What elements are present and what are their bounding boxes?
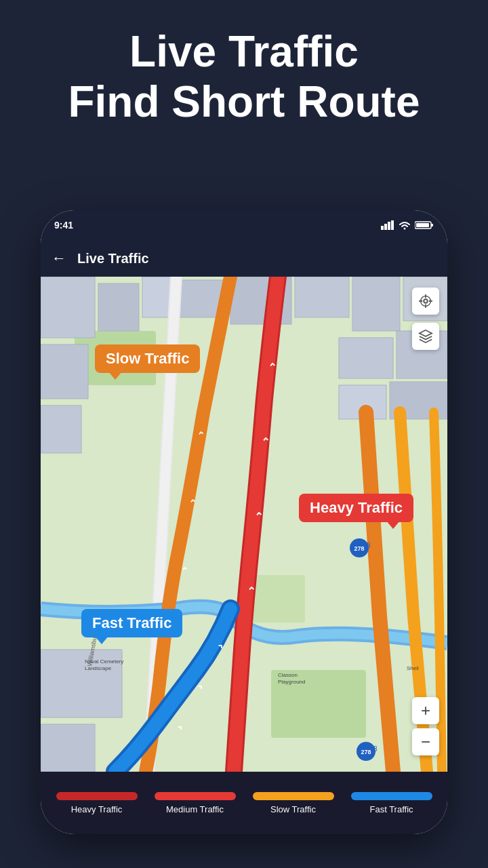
status-time: 9:41 xyxy=(54,220,73,231)
svg-rect-6 xyxy=(416,223,429,227)
svg-rect-0 xyxy=(381,226,384,230)
slow-traffic-label: Slow Traffic xyxy=(95,344,200,373)
heavy-traffic-line xyxy=(56,792,138,800)
fast-traffic-label: Fast Traffic xyxy=(81,609,182,637)
legend-heavy-traffic: Heavy Traffic xyxy=(56,792,138,814)
fast-traffic-line xyxy=(351,792,432,800)
layers-icon xyxy=(418,329,433,344)
heavy-traffic-legend-label: Heavy Traffic xyxy=(71,804,123,814)
location-icon xyxy=(418,294,433,309)
svg-rect-24 xyxy=(41,406,81,453)
svg-rect-5 xyxy=(431,224,433,226)
wifi-icon xyxy=(399,220,411,230)
header-title: Live Traffic Find Short Route xyxy=(20,27,468,127)
status-icons xyxy=(381,220,434,230)
svg-rect-19 xyxy=(339,338,393,378)
layers-button[interactable] xyxy=(412,323,439,350)
svg-text:278: 278 xyxy=(354,545,364,552)
svg-rect-12 xyxy=(98,283,139,331)
battery-icon xyxy=(415,220,434,230)
svg-rect-16 xyxy=(295,277,349,317)
svg-text:Naval Cemetery: Naval Cemetery xyxy=(85,658,123,665)
medium-traffic-line xyxy=(155,792,236,800)
svg-rect-23 xyxy=(41,344,88,399)
zoom-out-button[interactable]: − xyxy=(412,728,439,755)
app-header: ← Live Traffic xyxy=(41,240,447,277)
phone-mockup: 9:41 ← Live Traffic xyxy=(41,210,447,834)
legend-medium-traffic: Medium Traffic xyxy=(155,792,236,814)
app-title: Live Traffic xyxy=(77,251,149,267)
svg-point-49 xyxy=(424,299,428,303)
status-bar: 9:41 xyxy=(41,210,447,240)
svg-rect-17 xyxy=(352,277,400,331)
zoom-in-button[interactable]: + xyxy=(412,697,439,724)
legend-bar: Heavy Traffic Medium Traffic Slow Traffi… xyxy=(41,772,447,834)
heavy-traffic-label: Heavy Traffic xyxy=(299,494,413,522)
signal-icon xyxy=(381,220,394,230)
svg-text:⌃: ⌃ xyxy=(268,361,277,374)
svg-rect-1 xyxy=(384,224,387,230)
svg-rect-3 xyxy=(391,220,394,230)
svg-text:Shell: Shell xyxy=(407,665,419,671)
map-area[interactable]: ⌃ ⌃ ⌃ ⌃ ⌃ ⌃ ⌃ ⌃ ⌃ ⌃ Williamsburg 278 xyxy=(41,277,447,772)
fast-traffic-legend-label: Fast Traffic xyxy=(369,804,413,814)
svg-rect-26 xyxy=(41,724,95,772)
back-button[interactable]: ← xyxy=(52,250,66,267)
svg-text:⌃: ⌃ xyxy=(261,436,270,448)
legend-fast-traffic: Fast Traffic xyxy=(351,792,432,814)
medium-traffic-legend-label: Medium Traffic xyxy=(166,804,224,814)
svg-text:Classon: Classon xyxy=(278,672,298,678)
svg-text:Landscape: Landscape xyxy=(85,665,112,671)
header-section: Live Traffic Find Short Route xyxy=(0,0,488,147)
slow-traffic-line xyxy=(253,792,334,800)
legend-slow-traffic: Slow Traffic xyxy=(253,792,334,814)
svg-text:Playground: Playground xyxy=(278,679,305,685)
svg-rect-2 xyxy=(388,222,390,230)
svg-text:⌃: ⌃ xyxy=(254,511,264,523)
svg-rect-11 xyxy=(41,277,95,338)
svg-text:278: 278 xyxy=(361,749,371,755)
location-button[interactable] xyxy=(412,288,439,315)
svg-text:⌃: ⌃ xyxy=(247,585,256,597)
slow-traffic-legend-label: Slow Traffic xyxy=(270,804,316,814)
